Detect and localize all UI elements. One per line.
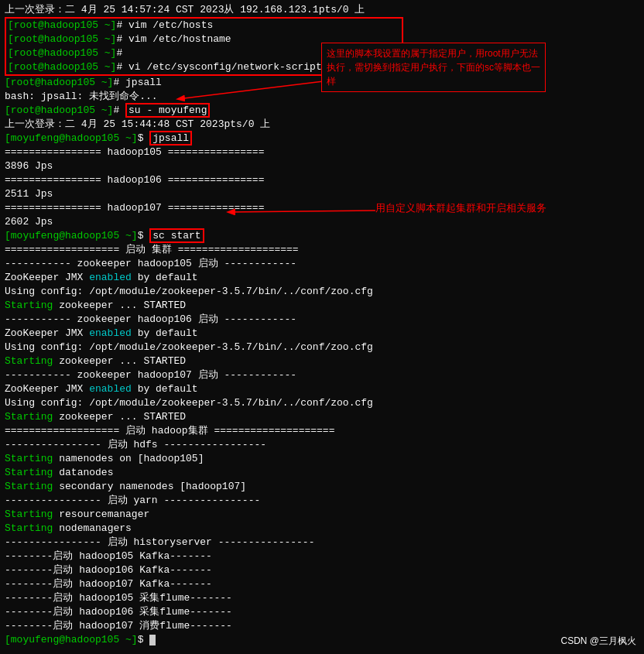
line-51: [moyufeng@hadoop105 ~]$	[5, 633, 639, 647]
line-38: Starting namenodes on [hadoop105]	[5, 452, 639, 466]
annotation-1: 这里的脚本我设置的属于指定用户，用root用户无法执行，需切换到指定用户执行，下…	[321, 43, 546, 92]
line-46: --------启动 hadoop106 Kafka-------	[5, 563, 639, 577]
line-9: 上一次登录：二 4月 25 15:44:48 CST 2023pts/0 上	[5, 118, 639, 132]
line-24: ----------- zookeeper hadoop105 启动 -----…	[5, 257, 639, 271]
line-10: [moyufeng@hadoop105 ~]$ jpsall	[5, 132, 639, 146]
terminal: 上一次登录：二 4月 25 14:57:24 CST 2023从 192.168…	[0, 0, 644, 654]
line-22: [moyufeng@hadoop105 ~]$ sc start	[5, 229, 639, 243]
line-43: Starting nodemanagers	[5, 522, 639, 536]
line-8: [root@hadoop105 ~]# su - moyufeng	[5, 104, 639, 118]
line-39: Starting datanodes	[5, 466, 639, 480]
annotation-2: 用自定义脚本群起集群和开启相关服务	[375, 201, 561, 216]
line-41: ---------------- 启动 yarn ---------------…	[5, 494, 639, 508]
line-48: --------启动 hadoop105 采集flume-------	[5, 591, 639, 605]
line-13: 3896 Jps	[5, 159, 639, 173]
line-50: --------启动 hadoop107 消费flume-------	[5, 619, 639, 633]
line-2: [root@hadoop105 ~]# vim /etc/hosts	[8, 19, 400, 33]
line-28: ----------- zookeeper hadoop106 启动 -----…	[5, 313, 639, 327]
line-49: --------启动 hadoop106 采集flume-------	[5, 605, 639, 619]
line-27: Starting zookeeper ... STARTED	[5, 299, 639, 313]
line-15: ================ hadoop106 =============…	[5, 173, 639, 187]
line-26: Using config: /opt/module/zookeeper-3.5.…	[5, 285, 639, 299]
watermark: CSDN @三月枫火	[560, 635, 636, 648]
line-11: ================ hadoop105 =============…	[5, 146, 639, 159]
line-30: Using config: /opt/module/zookeeper-3.5.…	[5, 341, 639, 354]
line-21: 2602 Jps	[5, 215, 639, 229]
line-45: --------启动 hadoop105 Kafka-------	[5, 550, 639, 563]
line-17: 2511 Jps	[5, 187, 639, 201]
line-32: ----------- zookeeper hadoop107 启动 -----…	[5, 368, 639, 382]
line-36: =================== 启动 hadoop集群 ========…	[5, 424, 639, 438]
line-44: ---------------- 启动 historyserver ------…	[5, 536, 639, 550]
line-37: ---------------- 启动 hdfs ---------------…	[5, 438, 639, 452]
line-42: Starting resourcemanager	[5, 508, 639, 522]
line-35: Starting zookeeper ... STARTED	[5, 410, 639, 424]
line-25: ZooKeeper JMX enabled by default	[5, 271, 639, 285]
line-29: ZooKeeper JMX enabled by default	[5, 327, 639, 341]
line-40: Starting secondary namenodes [hadoop107]	[5, 480, 639, 494]
line-33: ZooKeeper JMX enabled by default	[5, 382, 639, 396]
line-23: =================== 启动 集群 ==============…	[5, 243, 639, 257]
line-47: --------启动 hadoop107 Kafka-------	[5, 577, 639, 591]
line-34: Using config: /opt/module/zookeeper-3.5.…	[5, 396, 639, 410]
line-31: Starting zookeeper ... STARTED	[5, 354, 639, 368]
line-1: 上一次登录：二 4月 25 14:57:24 CST 2023从 192.168…	[5, 3, 639, 17]
